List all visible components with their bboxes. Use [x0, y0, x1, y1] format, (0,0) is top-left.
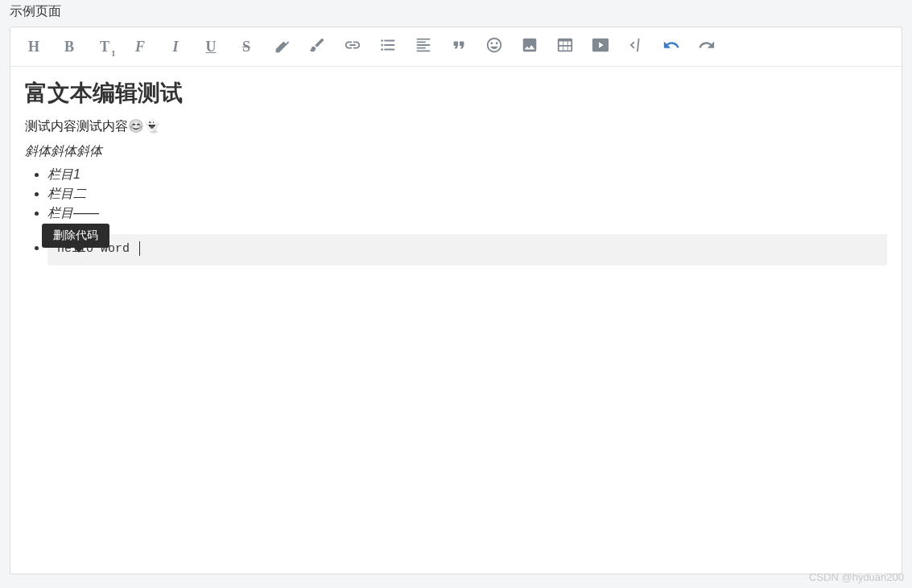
content-italic: 斜体斜体斜体 — [25, 143, 887, 160]
image-button[interactable] — [513, 32, 547, 61]
quote-button[interactable] — [442, 32, 476, 61]
editor-content[interactable]: 富文本编辑测试 测试内容测试内容😊👻 斜体斜体斜体 栏目1 栏目二 栏目—— h… — [10, 67, 902, 574]
heading-button[interactable]: H — [17, 32, 51, 61]
highlight-icon — [273, 36, 291, 57]
table-icon — [556, 36, 574, 57]
highlight-button[interactable] — [265, 32, 299, 61]
emoji-button[interactable] — [477, 32, 511, 61]
redo-button[interactable] — [690, 32, 724, 61]
list-item: 栏目—— — [47, 204, 887, 223]
tooltip-delete-code: 删除代码 — [42, 224, 109, 248]
content-list: 栏目1 栏目二 栏目—— — [25, 165, 887, 223]
code-block[interactable]: hello word — [47, 234, 887, 265]
content-code-list: hello word — [25, 234, 887, 265]
link-button[interactable] — [336, 32, 369, 61]
video-button[interactable] — [584, 32, 617, 61]
editor-container: H B TI F I U S — [10, 27, 902, 574]
brush-icon — [308, 36, 326, 57]
strike-button[interactable]: S — [229, 32, 263, 61]
list-item: 栏目二 — [47, 184, 887, 204]
image-icon — [521, 36, 539, 57]
undo-icon — [662, 36, 680, 57]
content-heading: 富文本编辑测试 — [25, 78, 887, 109]
underline-button[interactable]: U — [194, 32, 228, 61]
code-icon — [627, 36, 645, 57]
toolbar: H B TI F I U S — [10, 27, 902, 67]
list-icon — [379, 36, 397, 57]
brush-button[interactable] — [300, 32, 334, 61]
align-icon — [415, 36, 432, 57]
align-button[interactable] — [406, 32, 440, 61]
list-button[interactable] — [371, 32, 405, 61]
list-item: 栏目1 — [47, 165, 887, 184]
text-cursor — [139, 241, 140, 256]
redo-icon — [698, 36, 716, 57]
code-button[interactable] — [619, 32, 653, 61]
emoji-icon — [485, 36, 503, 57]
table-button[interactable] — [548, 32, 582, 61]
font-family-button[interactable]: F — [123, 32, 157, 61]
undo-button[interactable] — [654, 32, 688, 61]
page-title: 示例页面 — [0, 0, 912, 23]
content-paragraph: 测试内容测试内容😊👻 — [25, 118, 887, 135]
watermark: CSDN @hyduan200 — [809, 571, 904, 583]
font-size-button[interactable]: TI — [88, 32, 122, 61]
italic-button[interactable]: I — [159, 32, 192, 61]
bold-button[interactable]: B — [52, 32, 86, 61]
link-icon — [344, 36, 361, 57]
video-icon — [592, 36, 609, 57]
quote-icon — [450, 36, 468, 57]
list-item-code: hello word — [47, 234, 887, 265]
